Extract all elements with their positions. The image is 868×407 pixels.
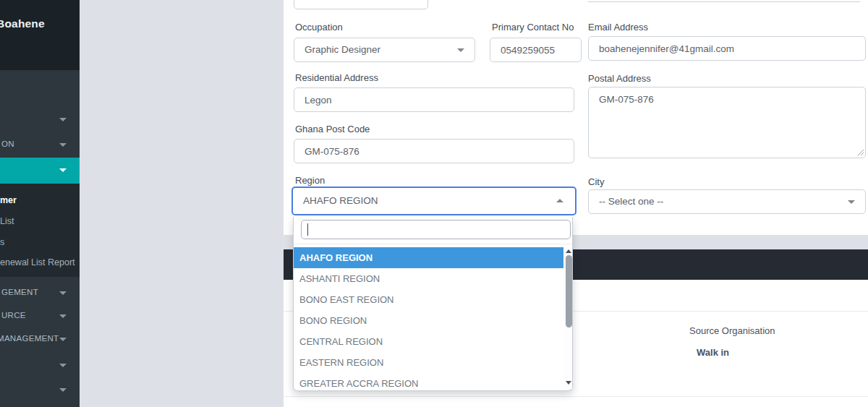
ghana-post-input[interactable] <box>294 139 574 163</box>
sidebar-item-4[interactable] <box>0 377 80 403</box>
chevron-down-icon <box>59 118 67 121</box>
chevron-down-icon <box>59 364 67 367</box>
chevron-down-icon <box>59 314 67 318</box>
sidebar-item-management-2[interactable]: MANAGEMENT <box>0 327 80 352</box>
email-input[interactable] <box>588 36 866 61</box>
resize-handle-icon[interactable] <box>857 149 864 156</box>
text-cursor <box>307 223 308 236</box>
city-select[interactable]: -- Select one -- <box>588 189 866 214</box>
chevron-down-icon <box>59 388 67 392</box>
primary-contact-input[interactable] <box>490 38 582 62</box>
region-option-selected[interactable]: AHAFO REGION <box>294 247 563 268</box>
source-organisation-value: Walk in <box>697 347 729 358</box>
occupation-label: Occupation <box>295 22 343 33</box>
ghana-post-label: Ghana Post Code <box>295 124 370 134</box>
region-select[interactable]: AHAFO REGION <box>292 187 576 215</box>
chevron-down-icon <box>457 48 464 52</box>
sidebar-item-3[interactable] <box>0 353 80 378</box>
cutoff-input[interactable] <box>294 0 428 9</box>
region-option[interactable]: CENTRAL REGION <box>294 331 563 352</box>
cutoff-input-border <box>588 1 860 2</box>
sidebar-brand: Boahene <box>0 0 80 70</box>
chevron-up-icon <box>556 199 563 202</box>
scrollbar-thumb[interactable] <box>566 255 572 327</box>
chevron-down-icon <box>59 338 67 341</box>
submenu-item-2[interactable]: List <box>0 213 80 231</box>
region-search-input[interactable] <box>301 220 571 239</box>
sidebar-item-active[interactable] <box>0 158 80 184</box>
submenu-item-4[interactable]: enewal List Report <box>0 254 80 273</box>
chevron-down-icon <box>59 291 67 295</box>
sidebar-item-resource[interactable]: URCE <box>0 304 80 329</box>
region-options-list: AHAFO REGION ASHANTI REGION BONO EAST RE… <box>294 244 572 390</box>
scroll-up-icon[interactable] <box>566 249 571 253</box>
occupation-select[interactable]: Graphic Designer <box>294 38 475 62</box>
divider <box>284 396 868 397</box>
chevron-down-icon <box>848 200 855 204</box>
customer-form-card: Occupation Graphic Designer Primary Cont… <box>284 0 868 235</box>
submenu-item-3[interactable]: s <box>0 234 80 252</box>
brand-name: Boahene <box>0 17 45 30</box>
residential-label: Residential Address <box>295 72 378 83</box>
region-option[interactable]: ASHANTI REGION <box>294 268 563 289</box>
sidebar-item-1[interactable] <box>0 107 80 132</box>
sidebar-item-management[interactable]: GEMENT <box>0 280 80 306</box>
region-label: Region <box>295 175 325 186</box>
postal-textarea[interactable]: GM-075-876 <box>588 87 866 158</box>
email-label: Email Address <box>588 22 648 33</box>
primary-contact-label: Primary Contact No <box>492 22 574 33</box>
region-option[interactable]: BONO REGION <box>294 310 563 331</box>
city-label: City <box>588 176 604 187</box>
submenu-item-1[interactable]: mer <box>0 192 80 210</box>
region-option[interactable]: BONO EAST REGION <box>294 289 563 310</box>
residential-input[interactable] <box>294 87 574 112</box>
scrollbar[interactable] <box>564 247 572 389</box>
region-option[interactable]: EASTERN REGION <box>294 352 563 373</box>
sidebar-submenu: mer List s enewal List Report <box>0 184 80 277</box>
sidebar-item-2[interactable]: ON <box>0 132 80 158</box>
page: Boahene ON mer List s enewal List Report… <box>0 0 868 407</box>
region-option[interactable]: GREATER ACCRA REGION <box>294 373 563 390</box>
source-organisation-label: Source Organisation <box>689 325 775 336</box>
chevron-down-icon <box>59 143 67 147</box>
sidebar: Boahene ON mer List s enewal List Report… <box>0 0 80 407</box>
postal-label: Postal Address <box>588 73 651 84</box>
chevron-down-icon <box>59 168 67 172</box>
scroll-down-icon[interactable] <box>566 381 571 385</box>
region-dropdown-panel: AHAFO REGION ASHANTI REGION BONO EAST RE… <box>293 217 573 391</box>
